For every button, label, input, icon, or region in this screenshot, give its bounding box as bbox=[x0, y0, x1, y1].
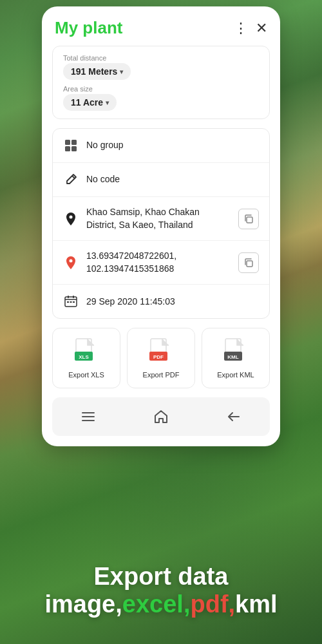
info-section: No group No code Khao Samsip, Khao Chaka… bbox=[52, 128, 270, 319]
svg-text:PDF: PDF bbox=[153, 354, 164, 360]
bottom-line2: image,excel,pdf,kml bbox=[13, 591, 309, 618]
nav-back-button[interactable] bbox=[222, 405, 245, 428]
group-row: No group bbox=[53, 129, 269, 163]
main-panel: My plant ⋮ ✕ Total distance 191 Meters ▾… bbox=[42, 6, 280, 446]
area-chevron: ▾ bbox=[106, 99, 109, 106]
svg-rect-1 bbox=[71, 140, 77, 145]
kml-file-icon: KML bbox=[222, 337, 250, 366]
svg-rect-12 bbox=[70, 301, 72, 303]
svg-text:XLS: XLS bbox=[79, 354, 89, 360]
stats-section: Total distance 191 Meters ▾ Area size 11… bbox=[52, 46, 270, 119]
coordinates-row: 13.693472048722601, 102.13947415351868 bbox=[53, 241, 269, 285]
bottom-line1: Export data bbox=[13, 563, 309, 591]
group-icon bbox=[63, 138, 79, 153]
code-text: No code bbox=[86, 173, 259, 186]
group-text: No group bbox=[86, 139, 259, 152]
location-text: Khao Samsip, Khao Chakan District, Sa Ka… bbox=[86, 206, 231, 231]
svg-rect-2 bbox=[65, 146, 70, 151]
bottom-image-text: image, bbox=[44, 591, 122, 618]
area-label: Area size bbox=[63, 85, 259, 93]
distance-value[interactable]: 191 Meters ▾ bbox=[63, 63, 131, 80]
pencil-icon bbox=[63, 172, 79, 187]
panel-header: My plant ⋮ ✕ bbox=[42, 6, 280, 46]
svg-text:KML: KML bbox=[227, 354, 238, 360]
code-row: No code bbox=[53, 163, 269, 197]
header-actions: ⋮ ✕ bbox=[234, 20, 267, 37]
close-icon[interactable]: ✕ bbox=[256, 20, 267, 37]
bottom-overlay: Export data image,excel,pdf,kml bbox=[0, 563, 322, 618]
distance-row: Total distance 191 Meters ▾ bbox=[63, 54, 259, 80]
export-pdf-button[interactable]: PDF Export PDF bbox=[127, 328, 195, 388]
location-row: Khao Samsip, Khao Chakan District, Sa Ka… bbox=[53, 197, 269, 241]
svg-rect-7 bbox=[247, 261, 252, 267]
svg-rect-13 bbox=[73, 301, 75, 303]
area-value[interactable]: 11 Acre ▾ bbox=[63, 94, 117, 111]
export-kml-button[interactable]: KML Export KML bbox=[202, 328, 270, 388]
bottom-pdf-text: pdf, bbox=[190, 591, 235, 618]
distance-chevron: ▾ bbox=[120, 68, 123, 75]
copy-coordinates-button[interactable] bbox=[238, 252, 259, 273]
export-xls-label: Export XLS bbox=[68, 371, 104, 379]
bottom-excel-text: excel, bbox=[122, 591, 191, 618]
more-menu-icon[interactable]: ⋮ bbox=[234, 20, 248, 37]
location-pin-icon bbox=[63, 211, 79, 227]
calendar-icon bbox=[63, 294, 79, 309]
pdf-file-icon: PDF bbox=[147, 337, 175, 366]
nav-menu-button[interactable] bbox=[77, 405, 100, 428]
nav-home-button[interactable] bbox=[149, 405, 173, 428]
nav-bar bbox=[52, 397, 270, 436]
export-xls-button[interactable]: XLS Export XLS bbox=[52, 328, 120, 388]
svg-rect-3 bbox=[71, 146, 77, 151]
svg-rect-10 bbox=[73, 296, 74, 298]
svg-rect-5 bbox=[247, 217, 252, 223]
date-text: 29 Sep 2020 11:45:03 bbox=[86, 296, 259, 308]
svg-rect-0 bbox=[65, 140, 70, 145]
xls-file-icon: XLS bbox=[72, 337, 100, 366]
coordinates-pin-icon bbox=[63, 255, 79, 270]
svg-point-6 bbox=[70, 259, 73, 262]
export-section: XLS Export XLS PDF Export PDF bbox=[52, 328, 270, 388]
panel-title: My plant bbox=[55, 18, 122, 38]
distance-label: Total distance bbox=[63, 54, 259, 62]
copy-location-button[interactable] bbox=[238, 209, 259, 229]
export-kml-label: Export KML bbox=[217, 371, 254, 379]
date-row: 29 Sep 2020 11:45:03 bbox=[53, 285, 269, 318]
export-pdf-label: Export PDF bbox=[143, 371, 180, 379]
bottom-kml-text: kml bbox=[235, 591, 277, 618]
svg-rect-11 bbox=[67, 301, 69, 303]
area-row: Area size 11 Acre ▾ bbox=[63, 85, 259, 111]
svg-rect-9 bbox=[68, 296, 69, 298]
coordinates-text: 13.693472048722601, 102.13947415351868 bbox=[86, 250, 231, 275]
svg-point-4 bbox=[70, 215, 73, 218]
